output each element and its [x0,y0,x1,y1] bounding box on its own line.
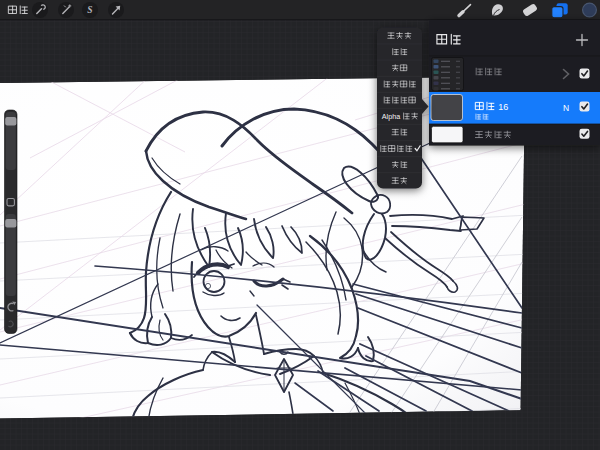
svg-text:N: N [563,103,569,113]
svg-text:16: 16 [498,102,508,112]
svg-text:S: S [87,5,92,15]
svg-text:Alpha: Alpha [382,112,400,121]
